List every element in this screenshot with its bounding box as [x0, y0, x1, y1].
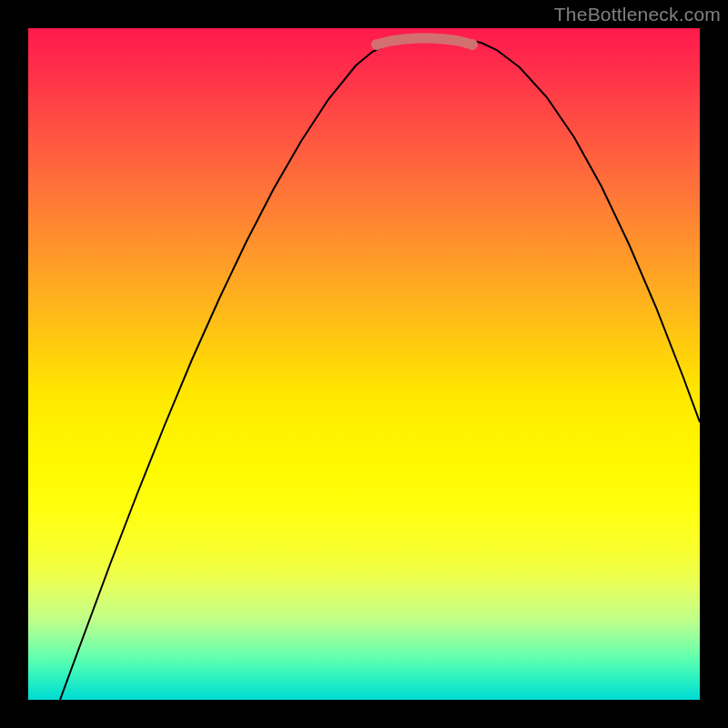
- svg-point-0: [371, 39, 382, 50]
- watermark-text: TheBottleneck.com: [554, 4, 721, 25]
- chart-svg: [28, 28, 700, 700]
- flat-marker: [371, 38, 478, 50]
- main-curve: [60, 37, 700, 700]
- svg-point-1: [467, 39, 478, 50]
- plot-area: [28, 28, 700, 700]
- chart-container: TheBottleneck.com: [0, 0, 728, 728]
